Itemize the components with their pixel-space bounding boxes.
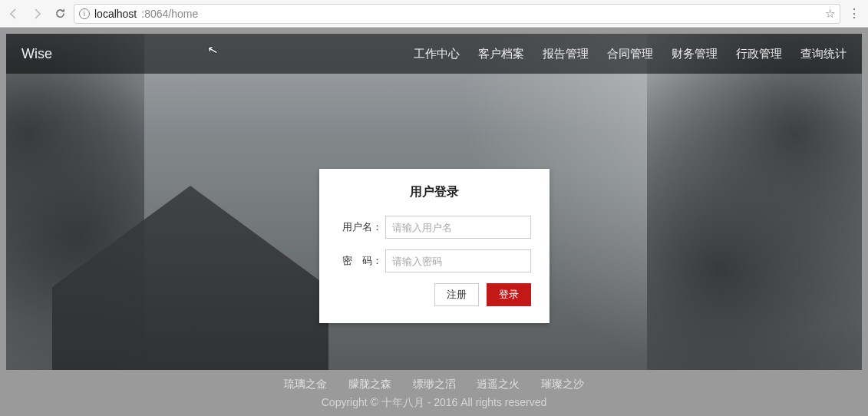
username-input[interactable] bbox=[385, 216, 531, 239]
login-panel: 用户登录 用户名： 密 码： 注册 登录 bbox=[319, 169, 550, 323]
login-title: 用户登录 bbox=[338, 184, 531, 200]
footer-link-4[interactable]: 逍遥之火 bbox=[477, 378, 520, 390]
nav-item-query-stats[interactable]: 查询统计 bbox=[800, 47, 847, 61]
footer-copyright: Copyright © 十年八月 - 2016 All rights reser… bbox=[6, 396, 862, 410]
username-row: 用户名： bbox=[338, 216, 531, 239]
footer-link-3[interactable]: 缥缈之滔 bbox=[413, 378, 456, 390]
footer-link-2[interactable]: 朦胧之森 bbox=[348, 378, 391, 390]
forward-button[interactable] bbox=[28, 5, 46, 23]
footer-links: 琉璃之金 朦胧之森 缥缈之滔 逍遥之火 璀璨之沙 bbox=[6, 378, 862, 391]
password-label: 密 码： bbox=[338, 254, 385, 268]
nav-item-admin-mgmt[interactable]: 行政管理 bbox=[736, 47, 782, 61]
login-button[interactable]: 登录 bbox=[487, 283, 531, 306]
login-button-row: 注册 登录 bbox=[338, 283, 531, 306]
address-bar[interactable]: i localhost:8064/home ☆ bbox=[74, 4, 840, 24]
footer-link-5[interactable]: 璀璨之沙 bbox=[541, 378, 584, 390]
nav-item-report-mgmt[interactable]: 报告管理 bbox=[543, 47, 589, 61]
footer-link-1[interactable]: 琉璃之金 bbox=[284, 378, 327, 390]
url-host: localhost bbox=[94, 8, 137, 20]
nav-item-finance-mgmt[interactable]: 财务管理 bbox=[672, 47, 718, 61]
reload-button[interactable] bbox=[51, 5, 69, 23]
nav-item-customer-file[interactable]: 客户档案 bbox=[478, 47, 524, 61]
decor-tree-right bbox=[647, 34, 862, 370]
footer: 琉璃之金 朦胧之森 缥缈之滔 逍遥之火 璀璨之沙 Copyright © 十年八… bbox=[6, 370, 862, 416]
top-nav: Wise 工作中心 客户档案 报告管理 合同管理 财务管理 行政管理 查询统计 bbox=[6, 34, 862, 74]
nav-item-work-center[interactable]: 工作中心 bbox=[414, 47, 460, 61]
brand-logo[interactable]: Wise bbox=[21, 46, 52, 62]
page-viewport: ↖ Wise 工作中心 客户档案 报告管理 合同管理 财务管理 行政管理 查询统… bbox=[0, 28, 868, 416]
nav-item-contract-mgmt[interactable]: 合同管理 bbox=[607, 47, 653, 61]
browser-toolbar: i localhost:8064/home ☆ ⋮ bbox=[0, 0, 868, 28]
password-input[interactable] bbox=[385, 249, 531, 272]
register-button[interactable]: 注册 bbox=[434, 283, 479, 306]
url-path: :8064/home bbox=[141, 8, 198, 20]
password-row: 密 码： bbox=[338, 249, 531, 272]
nav-links: 工作中心 客户档案 报告管理 合同管理 财务管理 行政管理 查询统计 bbox=[414, 47, 847, 61]
site-info-icon[interactable]: i bbox=[79, 8, 90, 19]
hero-background: ↖ Wise 工作中心 客户档案 报告管理 合同管理 财务管理 行政管理 查询统… bbox=[6, 34, 862, 370]
browser-menu-button[interactable]: ⋮ bbox=[845, 6, 863, 21]
username-label: 用户名： bbox=[338, 220, 385, 234]
back-button[interactable] bbox=[5, 5, 23, 23]
bookmark-star-icon[interactable]: ☆ bbox=[825, 7, 835, 21]
